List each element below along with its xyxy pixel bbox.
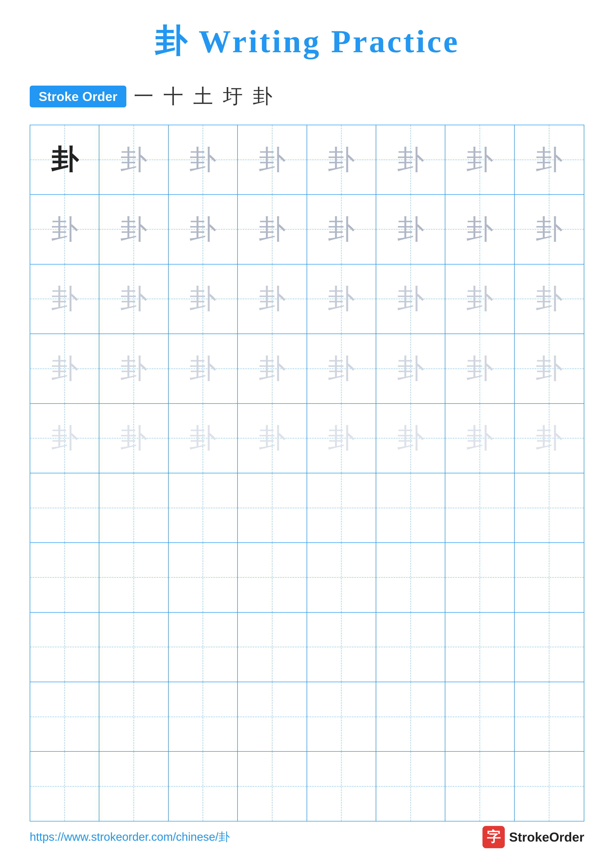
grid-cell[interactable]: [30, 752, 99, 821]
grid-cell[interactable]: [238, 682, 307, 751]
grid-cell[interactable]: [99, 613, 168, 682]
grid-cell[interactable]: [515, 682, 584, 751]
grid-cell[interactable]: [307, 682, 376, 751]
char-display: 卦: [328, 425, 355, 452]
grid-cell[interactable]: 卦: [30, 334, 99, 403]
grid-cell[interactable]: 卦: [30, 125, 99, 194]
grid-cell[interactable]: [30, 682, 99, 751]
grid-cell[interactable]: [30, 473, 99, 542]
grid-cell[interactable]: 卦: [445, 334, 515, 403]
grid-cell[interactable]: [376, 752, 445, 821]
grid-cell[interactable]: [307, 543, 376, 612]
char-display: 卦: [535, 425, 563, 452]
grid-cell[interactable]: 卦: [515, 265, 584, 333]
grid-cell[interactable]: [307, 752, 376, 821]
grid-cell[interactable]: 卦: [169, 334, 238, 403]
grid-cell[interactable]: 卦: [238, 265, 307, 333]
char-display: 卦: [259, 146, 286, 174]
grid-cell[interactable]: 卦: [169, 125, 238, 194]
grid-cell[interactable]: [307, 473, 376, 542]
grid-cell[interactable]: 卦: [376, 404, 445, 473]
grid-cell[interactable]: [169, 613, 238, 682]
grid-cell[interactable]: [30, 613, 99, 682]
grid-cell[interactable]: 卦: [99, 125, 168, 194]
grid-cell[interactable]: 卦: [445, 195, 515, 264]
char-display: 卦: [189, 146, 216, 174]
grid-cell[interactable]: 卦: [515, 125, 584, 194]
grid-cell[interactable]: 卦: [169, 404, 238, 473]
grid-cell[interactable]: 卦: [376, 334, 445, 403]
grid-cell[interactable]: [445, 543, 515, 612]
char-display: 卦: [328, 216, 355, 243]
grid-cell[interactable]: [169, 682, 238, 751]
char-display: 卦: [466, 146, 493, 174]
char-display: 卦: [535, 146, 563, 174]
grid-cell[interactable]: [30, 543, 99, 612]
grid-cell[interactable]: 卦: [99, 334, 168, 403]
grid-cell[interactable]: [376, 473, 445, 542]
grid-cell[interactable]: 卦: [99, 265, 168, 333]
footer: https://www.strokeorder.com/chinese/卦 字 …: [30, 826, 584, 848]
char-display: 卦: [51, 146, 78, 174]
grid-cell[interactable]: [307, 613, 376, 682]
grid-cell[interactable]: 卦: [238, 125, 307, 194]
grid-cell[interactable]: 卦: [30, 404, 99, 473]
grid-cell[interactable]: [99, 752, 168, 821]
grid-cell[interactable]: [376, 543, 445, 612]
grid-cell[interactable]: [238, 752, 307, 821]
grid-cell[interactable]: 卦: [238, 404, 307, 473]
grid-cell[interactable]: 卦: [445, 265, 515, 333]
grid-cell[interactable]: [99, 543, 168, 612]
grid-cell[interactable]: 卦: [307, 404, 376, 473]
grid-cell[interactable]: [238, 613, 307, 682]
grid-cell[interactable]: 卦: [515, 404, 584, 473]
char-display: 卦: [120, 216, 148, 243]
title-text: Writing Practice: [199, 23, 459, 59]
grid-cell[interactable]: [445, 752, 515, 821]
footer-url[interactable]: https://www.strokeorder.com/chinese/卦: [30, 829, 230, 845]
grid-cell[interactable]: 卦: [30, 195, 99, 264]
grid-cell[interactable]: [445, 682, 515, 751]
grid-cell[interactable]: [515, 752, 584, 821]
grid-cell[interactable]: [169, 473, 238, 542]
grid-cell[interactable]: 卦: [169, 265, 238, 333]
char-display: 卦: [51, 425, 78, 452]
grid-cell[interactable]: 卦: [169, 195, 238, 264]
grid-cell[interactable]: [169, 543, 238, 612]
grid-cell[interactable]: 卦: [376, 125, 445, 194]
grid-cell[interactable]: 卦: [376, 265, 445, 333]
grid-cell[interactable]: [238, 543, 307, 612]
grid-cell[interactable]: [169, 752, 238, 821]
grid-cell[interactable]: 卦: [515, 334, 584, 403]
grid-cell[interactable]: [515, 543, 584, 612]
grid-cell[interactable]: [99, 473, 168, 542]
grid-cell[interactable]: 卦: [99, 195, 168, 264]
grid-cell[interactable]: 卦: [376, 195, 445, 264]
grid-cell[interactable]: [238, 473, 307, 542]
footer-brand-name: StrokeOrder: [509, 830, 584, 845]
char-display: 卦: [259, 425, 286, 452]
grid-cell[interactable]: [445, 473, 515, 542]
grid-cell[interactable]: 卦: [307, 265, 376, 333]
grid-cell[interactable]: 卦: [99, 404, 168, 473]
grid-cell[interactable]: 卦: [515, 195, 584, 264]
grid-cell[interactable]: [376, 613, 445, 682]
grid-cell[interactable]: 卦: [307, 125, 376, 194]
char-display: 卦: [535, 285, 563, 313]
grid-cell[interactable]: [515, 613, 584, 682]
grid-row-2: 卦 卦 卦 卦 卦 卦 卦 卦: [30, 195, 584, 264]
grid-cell[interactable]: [99, 682, 168, 751]
grid-cell[interactable]: 卦: [238, 334, 307, 403]
grid-cell[interactable]: 卦: [307, 334, 376, 403]
char-display: 卦: [535, 355, 563, 382]
grid-cell[interactable]: 卦: [307, 195, 376, 264]
grid-cell[interactable]: 卦: [30, 265, 99, 333]
char-display: 卦: [259, 216, 286, 243]
char-display: 卦: [120, 355, 148, 382]
grid-cell[interactable]: [376, 682, 445, 751]
grid-cell[interactable]: 卦: [445, 125, 515, 194]
grid-cell[interactable]: [445, 613, 515, 682]
grid-cell[interactable]: [515, 473, 584, 542]
grid-cell[interactable]: 卦: [238, 195, 307, 264]
grid-cell[interactable]: 卦: [445, 404, 515, 473]
